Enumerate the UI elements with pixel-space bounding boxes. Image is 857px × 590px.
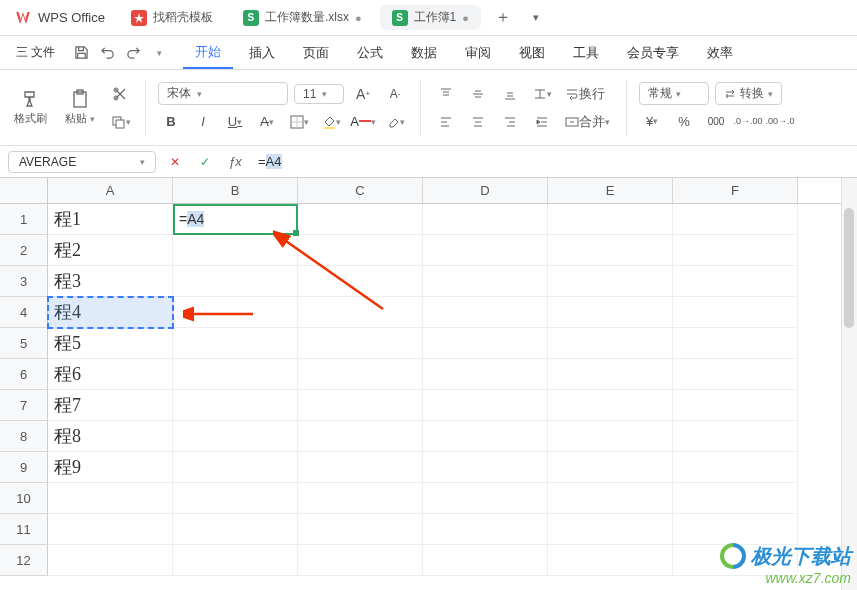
bold-button[interactable]: B xyxy=(158,110,184,134)
column-header-c[interactable]: C xyxy=(298,178,423,203)
row-header[interactable]: 7 xyxy=(0,390,48,421)
cell[interactable] xyxy=(173,390,298,421)
cell[interactable] xyxy=(673,452,798,483)
cell[interactable] xyxy=(673,359,798,390)
confirm-formula-button[interactable]: ✓ xyxy=(194,151,216,173)
menu-tab-review[interactable]: 审阅 xyxy=(453,38,503,68)
cancel-formula-button[interactable]: ✕ xyxy=(164,151,186,173)
tab-menu-button[interactable]: ▾ xyxy=(525,7,547,28)
align-center-button[interactable] xyxy=(465,110,491,134)
row-header[interactable]: 1 xyxy=(0,204,48,235)
align-bottom-button[interactable] xyxy=(497,82,523,106)
cell-b1[interactable]: =A4 xyxy=(173,204,298,235)
cell-a1[interactable]: 程1 xyxy=(48,204,173,235)
menu-tab-start[interactable]: 开始 xyxy=(183,37,233,69)
column-header-b[interactable]: B xyxy=(173,178,298,203)
comma-style-button[interactable]: 000 xyxy=(703,109,729,133)
orientation-button[interactable]: ▾ xyxy=(529,82,555,106)
quick-access-more-icon[interactable]: ▾ xyxy=(147,41,171,65)
cell[interactable] xyxy=(423,328,548,359)
increase-decimal-button[interactable]: .0→.00 xyxy=(735,109,761,133)
cell[interactable] xyxy=(173,359,298,390)
row-header[interactable]: 2 xyxy=(0,235,48,266)
copy-button[interactable]: ▾ xyxy=(107,110,133,134)
cell[interactable] xyxy=(48,514,173,545)
menu-tab-page[interactable]: 页面 xyxy=(291,38,341,68)
column-header-d[interactable]: D xyxy=(423,178,548,203)
format-painter-button[interactable]: 格式刷 xyxy=(8,85,53,130)
cell[interactable] xyxy=(673,235,798,266)
currency-button[interactable]: ¥▾ xyxy=(639,109,665,133)
increase-font-button[interactable]: A+ xyxy=(350,82,376,106)
cell-a6[interactable]: 程6 xyxy=(48,359,173,390)
save-icon[interactable] xyxy=(69,41,93,65)
menu-tab-view[interactable]: 视图 xyxy=(507,38,557,68)
align-right-button[interactable] xyxy=(497,110,523,134)
cell[interactable] xyxy=(673,421,798,452)
cell[interactable] xyxy=(673,483,798,514)
cell-a7[interactable]: 程7 xyxy=(48,390,173,421)
cell-a4[interactable]: 程4 xyxy=(48,297,173,328)
menu-tab-efficiency[interactable]: 效率 xyxy=(695,38,745,68)
cell[interactable] xyxy=(298,359,423,390)
select-all-corner[interactable] xyxy=(0,178,48,203)
cell[interactable] xyxy=(673,204,798,235)
row-header[interactable]: 11 xyxy=(0,514,48,545)
cell[interactable] xyxy=(423,390,548,421)
cell[interactable] xyxy=(173,545,298,576)
file-menu[interactable]: 三 文件 xyxy=(6,40,65,65)
menu-tab-member[interactable]: 会员专享 xyxy=(615,38,691,68)
row-header[interactable]: 3 xyxy=(0,266,48,297)
cell[interactable] xyxy=(673,328,798,359)
cell[interactable] xyxy=(423,514,548,545)
cell[interactable] xyxy=(548,359,673,390)
cell[interactable] xyxy=(298,421,423,452)
fx-button[interactable]: ƒx xyxy=(224,151,246,173)
cell[interactable] xyxy=(173,297,298,328)
cell[interactable] xyxy=(548,297,673,328)
fill-color-button[interactable]: ▾ xyxy=(318,110,344,134)
indent-button[interactable] xyxy=(529,110,555,134)
convert-button[interactable]: 转换▾ xyxy=(715,82,782,105)
cell[interactable] xyxy=(548,421,673,452)
cell[interactable] xyxy=(173,235,298,266)
row-header[interactable]: 6 xyxy=(0,359,48,390)
decrease-decimal-button[interactable]: .00→.0 xyxy=(767,109,793,133)
underline-button[interactable]: U▾ xyxy=(222,110,248,134)
menu-tab-data[interactable]: 数据 xyxy=(399,38,449,68)
cell[interactable] xyxy=(673,390,798,421)
cell[interactable] xyxy=(173,328,298,359)
align-middle-button[interactable] xyxy=(465,82,491,106)
cell[interactable] xyxy=(298,483,423,514)
borders-button[interactable]: ▾ xyxy=(286,110,312,134)
column-header-e[interactable]: E xyxy=(548,178,673,203)
tab-template-store[interactable]: 找稻壳模板 xyxy=(119,5,225,30)
cell[interactable] xyxy=(423,266,548,297)
cell[interactable] xyxy=(548,204,673,235)
cell[interactable] xyxy=(548,545,673,576)
strikethrough-button[interactable]: A̶▾ xyxy=(254,110,280,134)
align-top-button[interactable] xyxy=(433,82,459,106)
menu-tab-formula[interactable]: 公式 xyxy=(345,38,395,68)
cell[interactable] xyxy=(548,390,673,421)
cell[interactable] xyxy=(173,421,298,452)
row-header[interactable]: 4 xyxy=(0,297,48,328)
paste-button[interactable]: 粘贴 ▾ xyxy=(59,85,101,130)
cell-a3[interactable]: 程3 xyxy=(48,266,173,297)
number-format-select[interactable]: 常规▾ xyxy=(639,82,709,105)
font-color-button[interactable]: A▾ xyxy=(350,110,376,134)
redo-icon[interactable] xyxy=(121,41,145,65)
cell[interactable] xyxy=(423,545,548,576)
cell[interactable] xyxy=(173,266,298,297)
cell[interactable] xyxy=(298,390,423,421)
cell[interactable] xyxy=(298,266,423,297)
cell[interactable] xyxy=(673,514,798,545)
row-header[interactable]: 12 xyxy=(0,545,48,576)
cell[interactable] xyxy=(548,266,673,297)
cut-button[interactable] xyxy=(107,82,133,106)
row-header[interactable]: 10 xyxy=(0,483,48,514)
merge-cells-button[interactable]: 合并▾ xyxy=(561,110,614,134)
cell[interactable] xyxy=(423,421,548,452)
cell[interactable] xyxy=(423,359,548,390)
row-header[interactable]: 5 xyxy=(0,328,48,359)
